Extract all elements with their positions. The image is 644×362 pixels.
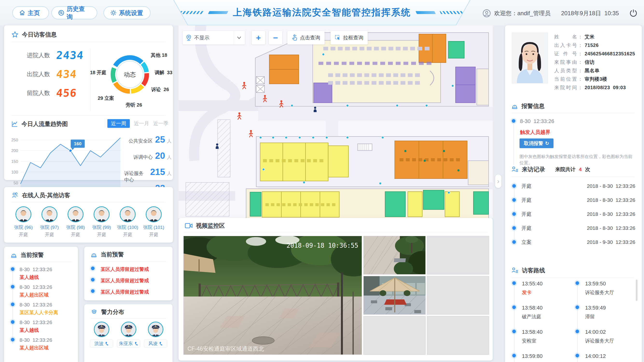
title-deco-left-bar <box>208 11 228 14</box>
officer-call-button[interactable]: 风凌 <box>144 339 167 348</box>
alarm-time: 8-30 12:33:26 <box>20 337 71 343</box>
map-layer-select[interactable]: 不显示 <box>183 31 245 45</box>
warning-item[interactable]: 某区人员滞留超过警戒 <box>91 289 168 300</box>
bottom-building <box>246 189 488 218</box>
alarm-item[interactable]: 8-30 12:33:26 某区某人人卡分离 <box>11 302 71 319</box>
video-tile-garden[interactable] <box>364 236 426 275</box>
avatar <box>94 206 110 222</box>
timeline-dot <box>11 267 14 271</box>
visitor-item[interactable]: 张院 (98) 开庭 <box>62 206 88 238</box>
route-scrollbar[interactable] <box>636 280 638 301</box>
cancel-alarm-button[interactable]: 取消报警 ↻ <box>520 138 554 148</box>
area-stat-row: 诉讼服务中心 215 人 <box>124 167 172 183</box>
field-value: 信访 <box>585 59 594 65</box>
field-label: 当前位置 <box>554 76 577 82</box>
timeline-dot <box>576 281 579 285</box>
person-photo <box>512 33 548 83</box>
male-avatar-icon <box>16 207 31 222</box>
alarm-siren-icon <box>511 103 518 109</box>
svg-text:150: 150 <box>11 159 18 164</box>
field-value: 审判楼3楼 <box>585 76 607 82</box>
visit-count-prefix: 来院共计 <box>555 166 576 173</box>
route-place: 滞留 <box>585 313 635 320</box>
map-box-query-button[interactable]: 拉框查询 <box>330 31 368 45</box>
page-title: 上海铁路运输法院安全智能管控指挥系统 <box>233 6 411 19</box>
male-avatar-icon <box>120 207 135 222</box>
visit-record-row[interactable]: 开庭 2018 - 8-30 12:33:26 <box>512 179 635 193</box>
visitor-item[interactable]: 张院 (96) 开庭 <box>10 206 36 238</box>
alarm-text: 某区某人人卡分离 <box>20 309 71 316</box>
nav-history-button[interactable]: 历史查询 <box>52 6 97 19</box>
alarm-info-time: 8-30 12:33:26 <box>520 118 554 124</box>
floorplan-svg <box>178 25 493 218</box>
visit-record-row[interactable]: 开庭 2018 - 8-30 12:33:26 <box>512 207 635 221</box>
police-card: 警力分布 洪波 <box>84 304 172 362</box>
person-field-row: 人员类型 ： 黑名单 <box>554 67 635 74</box>
garden-scene <box>364 236 426 275</box>
visitor-item[interactable]: 张院 (100) 开庭 <box>114 206 141 238</box>
visit-record-row[interactable]: 立案 2018 - 9-30 12:33:26 <box>512 235 635 249</box>
stat-value: 456 <box>56 87 78 99</box>
alarm-item[interactable]: 8-30 12:33:26 某人超出区域 <box>11 284 71 302</box>
online-visitors-list: 张院 (96) 开庭 张院 (97) 开庭 张院 (98) <box>10 206 167 238</box>
visit-count-number: 4 <box>579 166 582 172</box>
timeline-dot <box>512 354 516 357</box>
main-video-feed[interactable]: 2018-09-18 10:36:55 CF-46安检通庭审区域通道西北 <box>184 236 362 355</box>
floorplan-map[interactable] <box>178 25 493 218</box>
home-icon <box>19 10 25 16</box>
route-item: 13:58:40 破产法庭 <box>512 305 572 329</box>
officer-avatar-icon <box>149 322 163 336</box>
visitor-item[interactable]: 张院 (101) 开庭 <box>141 206 167 238</box>
alarm-info-note: 图中灰色图标为触发报警是访客所在位置，彩色图标为当前位置。 <box>520 153 635 166</box>
alarm-time: 8-30 12:33:26 <box>20 284 71 290</box>
male-avatar-icon <box>68 207 83 222</box>
map-zoom-in-button[interactable]: + <box>252 31 265 45</box>
route-place: 破产法庭 <box>522 313 572 320</box>
video-tile-empty-2[interactable] <box>427 276 489 315</box>
tab-week[interactable]: 近一周 <box>107 119 130 128</box>
video-tile-entrance[interactable] <box>364 276 426 315</box>
phone-icon <box>105 342 109 345</box>
panel-collapse-handle[interactable]: › <box>495 174 502 188</box>
video-tile-empty-4[interactable] <box>427 316 489 355</box>
field-value: 黑名单 <box>585 67 600 74</box>
map-click-query-button[interactable]: 点击查询 <box>288 31 324 45</box>
video-tile-empty-3[interactable] <box>364 316 426 355</box>
gear-icon <box>110 10 116 16</box>
map-box-query-label: 拉框查询 <box>343 34 364 41</box>
visitor-item[interactable]: 张院 (99) 开庭 <box>88 206 114 238</box>
warning-item[interactable]: 某区人员滞留超过警戒 <box>91 266 168 277</box>
nav-home-button[interactable]: 主页 <box>12 6 49 19</box>
route-time: 13:59:50 <box>585 281 635 287</box>
officer-call-button[interactable]: 洪波 <box>90 339 113 348</box>
alarm-item[interactable]: 8-30 12:33:26 某人越线 <box>11 267 71 284</box>
dynamic-donut-chart: 动态 其他 18调解 33诉讼 26旁听 2629 立案18 开庭 <box>92 44 171 114</box>
timeline-dot <box>91 278 94 282</box>
alarm-item[interactable]: 8-30 12:33:26 某人超出区域 <box>11 337 71 355</box>
title-banner: 上海铁路运输法院安全智能管控指挥系统 <box>174 0 470 25</box>
warning-item[interactable]: 某区人员滞留超过警戒 <box>91 277 168 289</box>
visitor-item[interactable]: 张院 (97) 开庭 <box>36 206 62 238</box>
history-search-icon <box>58 10 64 16</box>
power-button[interactable] <box>629 9 638 18</box>
nav-settings-button[interactable]: 系统设置 <box>104 6 150 19</box>
warning-text: 某区人员滞留超过警戒 <box>100 266 168 273</box>
visit-record-type: 开庭 <box>522 183 532 190</box>
timeline-dot <box>512 281 516 285</box>
alarm-item[interactable]: 8-30 12:33:26 某人越线 <box>11 319 71 337</box>
officer-call-button[interactable]: 朱亚东 <box>117 339 140 348</box>
map-zoom-out-button[interactable]: − <box>269 31 282 45</box>
male-avatar-icon <box>146 207 161 222</box>
tab-month[interactable]: 近一月 <box>134 120 149 127</box>
person-field-row: 出入卡号 ： 71526 <box>554 42 635 48</box>
officer-name: 朱亚东 <box>119 340 133 347</box>
area-stat-label: 诉调中心 <box>134 154 153 160</box>
refresh-icon: ↻ <box>545 140 549 146</box>
donut-segment-label: 诉讼 26 <box>151 86 169 93</box>
visit-record-row[interactable]: 开庭 2018 - 8-30 12:33:26 <box>512 193 635 207</box>
visit-record-row[interactable]: 开庭 2018 - 8-30 12:33:26 <box>512 221 635 235</box>
current-warnings-title: 当前预警 <box>100 251 124 258</box>
video-tile-empty-1[interactable] <box>427 236 489 275</box>
tab-quarter[interactable]: 近一季 <box>153 120 168 127</box>
warning-text: 某区人员滞留超过警戒 <box>100 289 168 295</box>
